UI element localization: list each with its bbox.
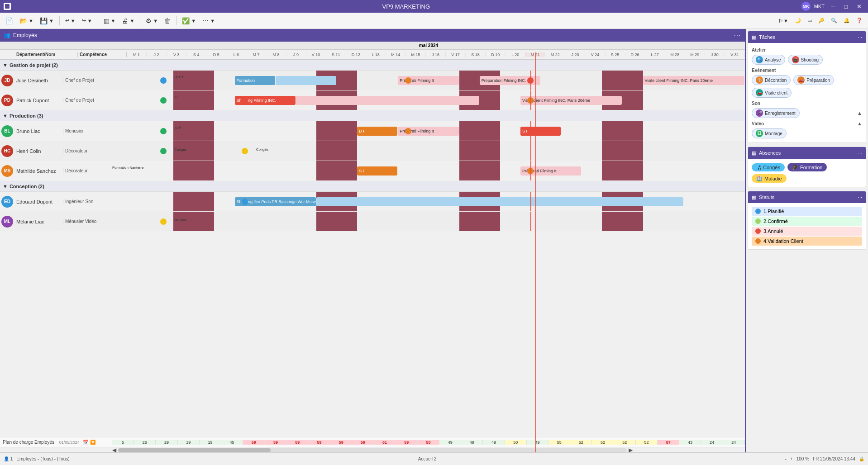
gear-icon: ⚙ [146, 17, 152, 24]
annule-chip[interactable]: 3.Annulé [752, 227, 862, 236]
weekend-block [337, 71, 357, 90]
analyse-chip[interactable]: 🔍 Analyse [752, 55, 785, 65]
formation-text: Formation Nanterre [112, 166, 143, 170]
zoom-out-icon[interactable]: - [785, 456, 786, 461]
dot-marker[interactable] [405, 77, 411, 84]
event-bar-light[interactable] [296, 96, 479, 105]
weekend-block [602, 121, 622, 141]
enregistrement-chip[interactable]: 🎤 Enregistrement [752, 108, 800, 118]
event-bar[interactable]: S Fi [520, 127, 561, 136]
print-button[interactable]: 🖨 ▼ [119, 16, 137, 26]
expand-icon[interactable]: ▼ [3, 62, 8, 68]
absences-dots[interactable]: ··· [858, 150, 862, 156]
delete-button[interactable]: 🗑 [162, 16, 173, 26]
gantt-body[interactable]: ▼Gestion de projet (2)JDJulie DesmethChe… [0, 60, 745, 437]
day-headers: M 1J 2V 3S 4D 5L 6M 7M 8J 9V 10S 11D 12L… [127, 52, 745, 57]
view-button[interactable]: ▦ ▼ [101, 16, 119, 26]
dot-marker[interactable] [364, 128, 371, 134]
dot-marker[interactable] [160, 148, 167, 154]
maladie-chip[interactable]: 🏥 Maladie [752, 174, 787, 183]
dot-marker[interactable] [160, 218, 167, 225]
open-button[interactable]: 📂 ▼ [17, 16, 36, 26]
preparation-chip[interactable]: 🚗 Préparation [793, 75, 834, 85]
gantt-scroll-row[interactable]: ◀ ▶ [0, 447, 745, 452]
statuts-dots[interactable]: ··· [858, 195, 862, 200]
event-bar[interactable]: D Fi [357, 127, 397, 136]
decoration-chip[interactable]: 🎨 Décoration [752, 75, 791, 85]
weekend-block [194, 121, 214, 141]
window-button[interactable]: ▭ [805, 16, 815, 25]
dot-marker[interactable] [405, 128, 411, 134]
evenement-row: 🎨 Décoration 🚗 Préparation [752, 74, 862, 86]
app-title: VP9 MARKETING [11, 3, 801, 10]
video-collapse-icon[interactable]: ▲ [857, 121, 862, 126]
key-button[interactable]: 🔑 [816, 16, 827, 25]
moon-button[interactable]: 🌙 [792, 16, 804, 25]
load-cell-0: 5 [112, 440, 134, 445]
redo-button[interactable]: ↪ ▼ [79, 16, 95, 25]
dot-marker[interactable] [242, 148, 248, 154]
search-button[interactable]: 🔍 [828, 16, 840, 25]
load-nav-icon[interactable]: 🔽 [90, 440, 95, 445]
scroll-left-icon[interactable]: ◀ [112, 447, 116, 453]
load-cell-4: 19 [200, 440, 221, 445]
avatar: HC [0, 145, 14, 157]
zoom-in-icon[interactable]: + [790, 456, 793, 461]
group-header[interactable]: ▼Gestion de projet (2) [0, 60, 745, 71]
help-button[interactable]: ❓ [854, 16, 865, 25]
employee-competence: Menusier [63, 128, 112, 133]
day-header-16: V 17 [446, 52, 466, 57]
more-button[interactable]: ⋯ ▼ [200, 16, 218, 26]
weekend-block [337, 121, 357, 141]
calendar-icon[interactable]: 📅 [83, 440, 88, 445]
dot-marker[interactable] [364, 168, 371, 174]
son-collapse-icon[interactable]: ▲ [857, 110, 862, 116]
h-scrollbar-thumb[interactable] [118, 448, 271, 452]
maximize-button[interactable]: □ [841, 2, 850, 11]
event-bar[interactable]: Visite client Filming INC. Paris 20ème [643, 76, 744, 85]
event-bar-light[interactable] [316, 197, 683, 206]
new-button[interactable]: 📄 [3, 16, 16, 26]
planifie-chip[interactable]: 1.Planifié [752, 207, 862, 216]
preparation-label: Préparation [806, 78, 830, 83]
settings-button[interactable]: ⚙ ▼ [143, 16, 161, 26]
event-bar[interactable]: Formation [235, 76, 275, 85]
expand-icon[interactable]: ▼ [3, 113, 8, 119]
event-bar-light[interactable] [276, 76, 336, 85]
save-button[interactable]: 💾 ▼ [37, 16, 57, 26]
conges-chip[interactable]: 🏖 Congés [752, 163, 785, 171]
user-name: MKT [814, 4, 825, 9]
avatar: ED [0, 196, 14, 208]
tasks-button[interactable]: ✅ ▼ [179, 16, 199, 26]
undo-button[interactable]: ↩ ▼ [62, 16, 78, 25]
validation-chip[interactable]: 4.Validation Client [752, 237, 862, 246]
group-header[interactable]: ▼Production (3) [0, 110, 745, 121]
montage-chip[interactable]: 🎞 Montage [752, 128, 787, 138]
group-header[interactable]: ▼Conception (2) [0, 181, 745, 192]
gantt-menu-dots[interactable]: ··· [734, 32, 741, 38]
minimize-button[interactable]: ─ [828, 2, 838, 11]
confirme-chip[interactable]: 2.Confirmé [752, 217, 862, 226]
visite-chip[interactable]: 🚗 Visite client [752, 88, 792, 98]
close-button[interactable]: ✕ [854, 2, 864, 11]
flag-button[interactable]: 🏳▼ [776, 17, 791, 25]
montage-icon: 🎞 [756, 130, 763, 137]
text-dot-marker[interactable] [160, 128, 167, 134]
avatar: ML [0, 216, 14, 228]
shooting-chip[interactable]: 🎬 Shooting [788, 55, 823, 65]
day-header-12: L 13 [366, 52, 386, 57]
h-scrollbar[interactable] [118, 448, 627, 452]
day-header-9: V 10 [306, 52, 326, 57]
text-dot-marker[interactable] [160, 97, 167, 104]
scroll-right-icon[interactable]: ▶ [629, 447, 633, 453]
event-bar[interactable]: S Fi [357, 166, 397, 176]
filter-label: Employés - (Tous) - (Tous) [16, 456, 69, 461]
preparation-icon: 🚗 [797, 76, 805, 84]
load-cell-22: 52 [592, 440, 614, 445]
formation-chip[interactable]: 🎓 Formation [787, 163, 827, 171]
text-dot-marker[interactable] [160, 77, 167, 84]
expand-icon[interactable]: ▼ [3, 184, 8, 189]
table-row: HCHenri ColinDécorateurCongésCongés [0, 141, 745, 161]
tasks-dots[interactable]: ··· [858, 34, 862, 40]
bell-button[interactable]: 🔔 [841, 16, 853, 25]
